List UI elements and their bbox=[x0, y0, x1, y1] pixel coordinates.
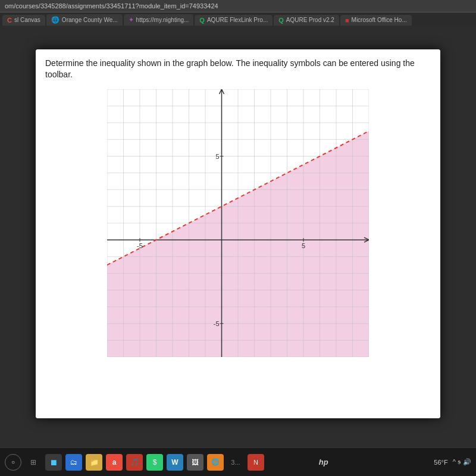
tab-label-office: Microsoft Office Ho... bbox=[352, 17, 407, 23]
taskbar-icon-4[interactable]: a bbox=[106, 454, 123, 471]
tab-label-orange-county: Orange County We... bbox=[62, 17, 118, 23]
taskbar-icon-5[interactable]: 🎵 bbox=[126, 454, 143, 471]
taskbar-icon-9[interactable]: 🌐 bbox=[207, 454, 224, 471]
tab-nighting[interactable]: ✦ https://my.nighting... bbox=[124, 14, 194, 26]
browser-chrome: om/courses/3345288/assignments/33451711?… bbox=[0, 0, 476, 26]
taskbar-search-icon[interactable]: ⊞ bbox=[25, 454, 42, 471]
tab-label-canvas: sl Canvas bbox=[14, 17, 40, 23]
url-text: om/courses/3345288/assignments/33451711?… bbox=[5, 2, 218, 10]
taskbar-icon-6[interactable]: $ bbox=[146, 454, 163, 471]
tab-aqure-prod[interactable]: Q AQURE Prod v2.2 bbox=[274, 15, 339, 26]
tab-label-aqure-prod: AQURE Prod v2.2 bbox=[286, 17, 334, 23]
taskbar-icon-7[interactable]: W bbox=[167, 454, 183, 471]
address-bar[interactable]: om/courses/3345288/assignments/33451711?… bbox=[0, 0, 476, 12]
taskbar-icon-11[interactable]: N bbox=[248, 454, 264, 471]
tab-office[interactable]: ■ Microsoft Office Ho... bbox=[340, 15, 412, 26]
taskbar-system-icons: ^ ꟊ 🔊 bbox=[453, 458, 471, 466]
aqure-prod-icon: Q bbox=[278, 17, 284, 24]
start-button[interactable]: ○ bbox=[5, 454, 21, 471]
taskbar-icon-3[interactable]: 📁 bbox=[86, 454, 102, 471]
graph-canvas bbox=[107, 89, 369, 357]
screen-content: Determine the inequality shown in the gr… bbox=[36, 49, 440, 418]
tabs-bar: C sl Canvas 🌐 Orange County We... ✦ http… bbox=[0, 12, 476, 26]
nighting-icon: ✦ bbox=[129, 16, 134, 24]
taskbar: ○ ⊞ ⏹ 🗂 📁 a 🎵 $ W 🖼 🌐 3... N hp 56°F ^ ꟊ… bbox=[0, 447, 476, 476]
start-icon: ○ bbox=[11, 459, 15, 465]
tab-canvas[interactable]: C sl Canvas bbox=[2, 15, 45, 26]
taskbar-icon-10[interactable]: 3... bbox=[227, 454, 244, 471]
laptop-screen: Determine the inequality shown in the gr… bbox=[0, 26, 476, 447]
hp-logo: hp bbox=[319, 458, 328, 466]
tab-label-aqure-flex: AQURE FlexLink Pro... bbox=[207, 17, 268, 23]
tab-orange-county[interactable]: 🌐 Orange County We... bbox=[46, 14, 123, 26]
orange-county-icon: 🌐 bbox=[51, 16, 60, 24]
aqure-flex-icon: Q bbox=[199, 17, 205, 24]
taskbar-right: 56°F ^ ꟊ 🔊 bbox=[434, 458, 471, 466]
question-text: Determine the inequality shown in the gr… bbox=[45, 58, 431, 81]
office-icon: ■ bbox=[345, 17, 349, 24]
taskbar-icon-1[interactable]: ⏹ bbox=[45, 454, 62, 471]
canvas-icon: C bbox=[7, 17, 12, 24]
graph-wrapper bbox=[107, 89, 369, 357]
graph-container bbox=[45, 89, 431, 357]
taskbar-icon-8[interactable]: 🖼 bbox=[187, 454, 203, 471]
tab-aqure-flex[interactable]: Q AQURE FlexLink Pro... bbox=[195, 15, 273, 26]
taskbar-icon-2[interactable]: 🗂 bbox=[65, 454, 82, 471]
tab-label-nighting: https://my.nighting... bbox=[136, 17, 189, 23]
page-content: Determine the inequality shown in the gr… bbox=[36, 49, 440, 418]
temperature-display: 56°F bbox=[434, 459, 447, 466]
